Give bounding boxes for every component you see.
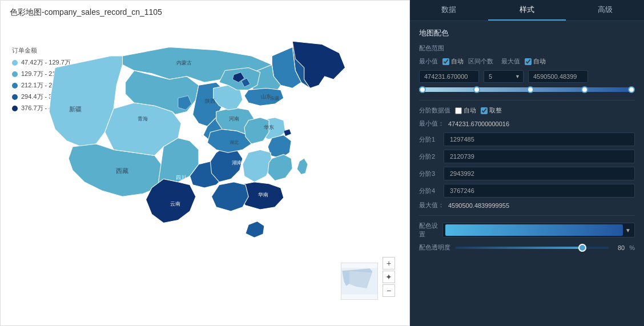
crosshair-button[interactable]: ✦	[383, 271, 395, 283]
interval-select-wrapper: 5 3 7 10 ▼	[484, 70, 524, 83]
max-auto-wrapper: 自动	[525, 57, 546, 66]
svg-text:华南: 华南	[258, 192, 268, 198]
max-display-row: 最大值： 4590500.4839999955	[419, 201, 635, 210]
stage-label-3: 分阶3	[419, 170, 439, 178]
stage-auto-label: 自动	[464, 106, 476, 115]
tabs-container: 数据 样式 高级	[410, 0, 644, 21]
gradient-thumb-4[interactable]	[581, 86, 588, 93]
stage-auto-wrapper: 自动	[455, 106, 476, 115]
stage-input-1[interactable]	[444, 132, 635, 146]
tab-advanced[interactable]: 高级	[566, 0, 644, 21]
map-title: 色彩地图-company_sales_record_cn_1105	[1, 1, 409, 22]
svg-text:华东: 华东	[264, 124, 274, 130]
max-label: 最大值	[501, 57, 520, 66]
minimap	[341, 263, 378, 300]
stage-round-wrapper: 取整	[481, 106, 502, 115]
divider-2	[419, 215, 635, 216]
svg-text:西藏: 西藏	[116, 167, 128, 174]
tab-data[interactable]: 数据	[410, 0, 488, 21]
color-scheme-selector[interactable]: ▼	[442, 223, 635, 238]
range-row: 最小值 自动 区间个数 最大值 自动	[419, 57, 635, 66]
map-container[interactable]: 新疆 西藏 青海 内蒙古 陕西 四川 云南 湖南 湖北 河南 山东 华东 东疆 …	[46, 32, 398, 303]
svg-text:四川: 四川	[176, 175, 186, 180]
min-auto-checkbox[interactable]	[442, 58, 449, 65]
max-auto-checkbox[interactable]	[525, 58, 532, 65]
color-scheme-bar	[445, 224, 623, 236]
stage-row-1: 分阶1	[419, 132, 635, 146]
min-value-input[interactable]	[419, 70, 479, 83]
svg-text:云南: 云南	[170, 201, 180, 207]
right-panel: 数据 样式 高级 地图配色 配色范围 最小值 自动 区间个数 最大值 自动	[410, 0, 644, 326]
gradient-thumb-2[interactable]	[473, 86, 480, 93]
stage-input-2[interactable]	[444, 150, 635, 163]
stage-row-3: 分阶3	[419, 167, 635, 180]
stage-auto-checkbox[interactable]	[455, 107, 462, 114]
stage-input-3[interactable]	[444, 167, 635, 180]
max-display-value: 4590500.4839999955	[448, 202, 509, 209]
gradient-thumb-left[interactable]	[419, 86, 426, 93]
min-label: 最小值	[419, 57, 438, 66]
max-value-input[interactable]	[528, 70, 588, 83]
max-auto-label: 自动	[533, 57, 546, 66]
color-scheme-label2: 置	[419, 230, 438, 239]
map-controls: + ✦ −	[383, 257, 395, 297]
china-map-svg: 新疆 西藏 青海 内蒙古 陕西 四川 云南 湖南 湖北 河南 山东 华东 东疆 …	[46, 32, 398, 303]
transparency-row: 配色透明度 80 %	[419, 243, 635, 252]
gradient-thumb-right[interactable]	[628, 86, 635, 93]
gradient-thumb-3[interactable]	[527, 86, 534, 93]
svg-text:湖北: 湖北	[230, 140, 239, 145]
color-scheme-label: 配色设	[419, 222, 438, 230]
stage-round-label: 取整	[489, 106, 502, 115]
gradient-slider[interactable]	[419, 87, 635, 92]
zoom-out-button[interactable]: −	[383, 284, 395, 297]
svg-text:山东: 山东	[261, 94, 271, 99]
min-display-value: 474231.67000000016	[448, 120, 509, 127]
values-row: 5 3 7 10 ▼	[419, 70, 635, 83]
stage-round-checkbox[interactable]	[481, 107, 488, 114]
transparency-label: 配色透明度	[419, 243, 450, 252]
zoom-in-button[interactable]: +	[383, 257, 395, 269]
panel-content: 地图配色 配色范围 最小值 自动 区间个数 最大值 自动 5 3	[410, 21, 644, 326]
stage-section-label: 分阶数据值	[419, 106, 450, 115]
transparency-value: 80	[613, 244, 625, 251]
transparency-thumb[interactable]	[578, 244, 586, 252]
min-display-label: 最小值：	[419, 119, 445, 128]
interval-select[interactable]: 5 3 7 10	[484, 70, 524, 83]
min-auto-label: 自动	[451, 57, 464, 66]
svg-text:青海: 青海	[138, 116, 148, 122]
svg-text:湖南: 湖南	[232, 160, 242, 166]
stage-input-4[interactable]	[444, 184, 635, 198]
range-section-label: 配色范围	[419, 44, 635, 53]
stage-label-1: 分阶1	[419, 135, 439, 144]
map-panel: 色彩地图-company_sales_record_cn_1105 订单金额 4…	[0, 0, 410, 326]
svg-text:内蒙古: 内蒙古	[176, 60, 192, 66]
svg-text:河南: 河南	[229, 116, 239, 122]
color-scheme-arrow-icon: ▼	[625, 227, 631, 234]
color-scheme-labels: 配色设 置	[419, 222, 438, 239]
min-auto-wrapper: 自动	[442, 57, 464, 66]
svg-text:新疆: 新疆	[69, 106, 82, 112]
transparency-slider[interactable]	[455, 247, 609, 249]
interval-label: 区间个数	[468, 57, 497, 66]
stage-header-row: 分阶数据值 自动 取整	[419, 106, 635, 115]
stage-row-2: 分阶2	[419, 150, 635, 163]
stage-label-4: 分阶4	[419, 187, 439, 195]
svg-text:东疆: 东疆	[270, 96, 279, 101]
min-display-row: 最小值： 474231.67000000016	[419, 119, 635, 128]
max-display-label: 最大值：	[419, 201, 445, 210]
color-config-title: 地图配色	[419, 28, 635, 38]
divider-1	[419, 100, 635, 100]
stage-row-4: 分阶4	[419, 184, 635, 198]
stage-label-2: 分阶2	[419, 152, 439, 161]
color-scheme-row: 配色设 置 ▼	[419, 222, 635, 239]
svg-text:陕西: 陕西	[205, 98, 215, 104]
tab-style[interactable]: 样式	[488, 0, 566, 21]
transparency-unit: %	[629, 244, 635, 251]
